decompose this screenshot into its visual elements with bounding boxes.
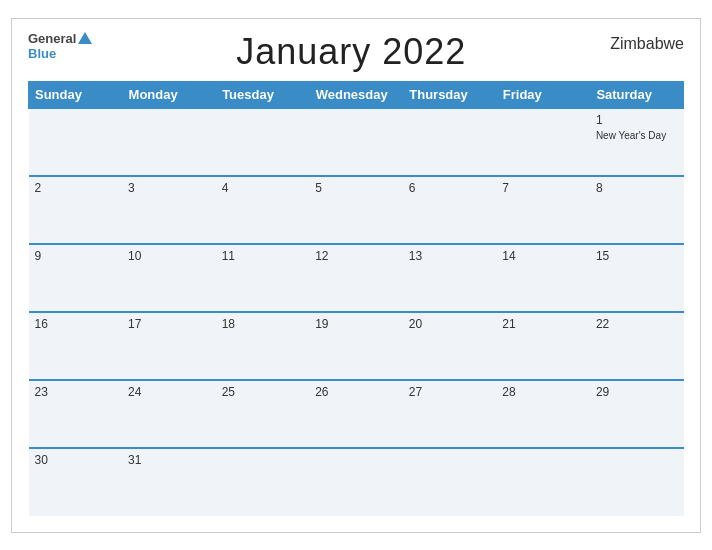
day-number: 14 xyxy=(502,249,584,263)
day-number: 17 xyxy=(128,317,210,331)
calendar-title: January 2022 xyxy=(92,31,610,73)
day-number: 11 xyxy=(222,249,304,263)
day-number: 24 xyxy=(128,385,210,399)
day-number: 15 xyxy=(596,249,678,263)
calendar-cell xyxy=(496,448,590,516)
calendar-cell: 27 xyxy=(403,380,497,448)
calendar-cell xyxy=(29,108,123,176)
logo-general-text: General xyxy=(28,31,76,47)
calendar-cell: 20 xyxy=(403,312,497,380)
calendar-cell: 29 xyxy=(590,380,684,448)
calendar-cell: 23 xyxy=(29,380,123,448)
weekday-header-row: SundayMondayTuesdayWednesdayThursdayFrid… xyxy=(29,81,684,108)
day-number: 3 xyxy=(128,181,210,195)
day-number: 21 xyxy=(502,317,584,331)
day-number: 29 xyxy=(596,385,678,399)
day-number: 10 xyxy=(128,249,210,263)
logo: General Blue xyxy=(28,31,92,62)
calendar-cell: 13 xyxy=(403,244,497,312)
day-number: 20 xyxy=(409,317,491,331)
day-number: 27 xyxy=(409,385,491,399)
calendar-cell: 30 xyxy=(29,448,123,516)
day-number: 26 xyxy=(315,385,397,399)
calendar-cell: 14 xyxy=(496,244,590,312)
day-number: 1 xyxy=(596,113,678,127)
calendar-cell: 19 xyxy=(309,312,403,380)
calendar-cell: 25 xyxy=(216,380,310,448)
day-number: 22 xyxy=(596,317,678,331)
calendar-cell: 18 xyxy=(216,312,310,380)
calendar-cell: 5 xyxy=(309,176,403,244)
day-number: 18 xyxy=(222,317,304,331)
calendar-cell xyxy=(309,448,403,516)
day-number: 2 xyxy=(35,181,117,195)
calendar-cell: 9 xyxy=(29,244,123,312)
holiday-label: New Year's Day xyxy=(596,129,678,142)
calendar-cell: 4 xyxy=(216,176,310,244)
day-number: 6 xyxy=(409,181,491,195)
calendar-cell: 1New Year's Day xyxy=(590,108,684,176)
calendar-cell xyxy=(496,108,590,176)
weekday-header-monday: Monday xyxy=(122,81,216,108)
calendar-cell: 6 xyxy=(403,176,497,244)
calendar-cell: 22 xyxy=(590,312,684,380)
day-number: 5 xyxy=(315,181,397,195)
calendar-cell xyxy=(590,448,684,516)
calendar-cell: 31 xyxy=(122,448,216,516)
weekday-header-sunday: Sunday xyxy=(29,81,123,108)
calendar-week-row: 2345678 xyxy=(29,176,684,244)
calendar-table: SundayMondayTuesdayWednesdayThursdayFrid… xyxy=(28,81,684,516)
calendar-week-row: 9101112131415 xyxy=(29,244,684,312)
calendar-cell xyxy=(403,108,497,176)
calendar-cell: 26 xyxy=(309,380,403,448)
calendar-cell xyxy=(216,448,310,516)
calendar-cell: 15 xyxy=(590,244,684,312)
calendar-cell xyxy=(403,448,497,516)
calendar-cell: 3 xyxy=(122,176,216,244)
day-number: 19 xyxy=(315,317,397,331)
calendar-cell: 17 xyxy=(122,312,216,380)
calendar-cell xyxy=(216,108,310,176)
weekday-header-tuesday: Tuesday xyxy=(216,81,310,108)
logo-blue-text: Blue xyxy=(28,46,92,62)
calendar-cell: 8 xyxy=(590,176,684,244)
calendar-cell: 28 xyxy=(496,380,590,448)
calendar-cell: 16 xyxy=(29,312,123,380)
day-number: 8 xyxy=(596,181,678,195)
calendar-week-row: 23242526272829 xyxy=(29,380,684,448)
calendar-week-row: 3031 xyxy=(29,448,684,516)
day-number: 12 xyxy=(315,249,397,263)
calendar-cell: 10 xyxy=(122,244,216,312)
calendar-cell: 2 xyxy=(29,176,123,244)
day-number: 7 xyxy=(502,181,584,195)
day-number: 25 xyxy=(222,385,304,399)
calendar-week-row: 1New Year's Day xyxy=(29,108,684,176)
calendar-cell: 7 xyxy=(496,176,590,244)
weekday-header-saturday: Saturday xyxy=(590,81,684,108)
calendar-cell: 11 xyxy=(216,244,310,312)
day-number: 31 xyxy=(128,453,210,467)
calendar-cell xyxy=(309,108,403,176)
weekday-header-thursday: Thursday xyxy=(403,81,497,108)
day-number: 13 xyxy=(409,249,491,263)
calendar-cell: 12 xyxy=(309,244,403,312)
weekday-header-wednesday: Wednesday xyxy=(309,81,403,108)
month-year-heading: January 2022 xyxy=(92,31,610,73)
day-number: 16 xyxy=(35,317,117,331)
day-number: 28 xyxy=(502,385,584,399)
country-label: Zimbabwe xyxy=(610,31,684,53)
day-number: 30 xyxy=(35,453,117,467)
day-number: 9 xyxy=(35,249,117,263)
calendar-container: General Blue January 2022 Zimbabwe Sunda… xyxy=(11,18,701,533)
weekday-header-friday: Friday xyxy=(496,81,590,108)
calendar-cell: 24 xyxy=(122,380,216,448)
calendar-header: General Blue January 2022 Zimbabwe xyxy=(28,31,684,73)
day-number: 4 xyxy=(222,181,304,195)
logo-triangle-icon xyxy=(78,32,92,44)
calendar-week-row: 16171819202122 xyxy=(29,312,684,380)
day-number: 23 xyxy=(35,385,117,399)
calendar-cell: 21 xyxy=(496,312,590,380)
calendar-cell xyxy=(122,108,216,176)
